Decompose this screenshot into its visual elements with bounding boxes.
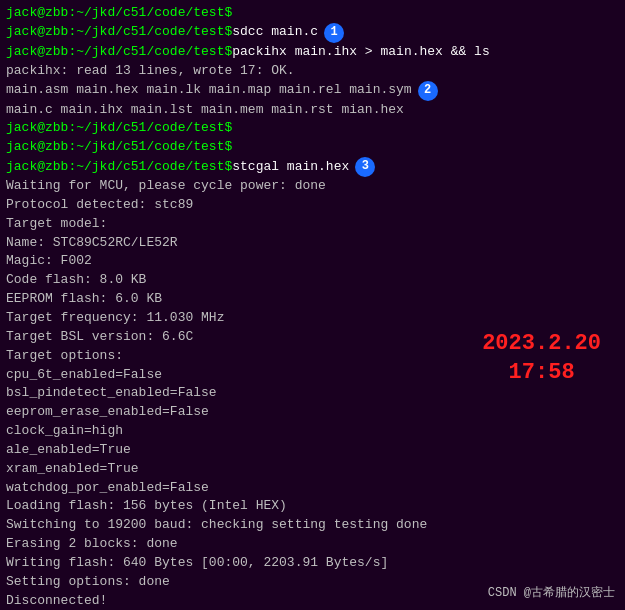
- badge-2: 2: [418, 81, 438, 101]
- terminal-line: watchdog_por_enabled=False: [6, 479, 619, 498]
- output-text: Loading flash: 156 bytes (Intel HEX): [6, 497, 287, 516]
- terminal-line: jack@zbb:~/jkd/c51/code/test$: [6, 119, 619, 138]
- terminal-line: Protocol detected: stc89: [6, 196, 619, 215]
- terminal-line: ale_enabled=True: [6, 441, 619, 460]
- terminal-line: Loading flash: 156 bytes (Intel HEX): [6, 497, 619, 516]
- output-text: clock_gain=high: [6, 422, 123, 441]
- terminal-line: jack@zbb:~/jkd/c51/code/test$ packihx ma…: [6, 43, 619, 62]
- terminal-line: jack@zbb:~/jkd/c51/code/test$: [6, 138, 619, 157]
- terminal-line: Target frequency: 11.030 MHz: [6, 309, 619, 328]
- output-text: cpu_6t_enabled=False: [6, 366, 162, 385]
- terminal-line: xram_enabled=True: [6, 460, 619, 479]
- prompt: jack@zbb:~/jkd/c51/code/test$: [6, 43, 232, 62]
- output-text: EEPROM flash: 6.0 KB: [6, 290, 162, 309]
- terminal-line: Code flash: 8.0 KB: [6, 271, 619, 290]
- watermark: CSDN @古希腊的汉密士: [488, 585, 615, 602]
- terminal-line: Switching to 19200 baud: checking settin…: [6, 516, 619, 535]
- datetime-display: 2023.2.2017:58: [482, 330, 601, 387]
- terminal-line: Magic: F002: [6, 252, 619, 271]
- output-text: ale_enabled=True: [6, 441, 131, 460]
- terminal-line: jack@zbb:~/jkd/c51/code/test$ sdcc main.…: [6, 23, 619, 43]
- output-text: Target model:: [6, 215, 107, 234]
- terminal-line: Waiting for MCU, please cycle power: don…: [6, 177, 619, 196]
- terminal-line: main.asm main.hex main.lk main.map main.…: [6, 81, 619, 101]
- prompt: jack@zbb:~/jkd/c51/code/test$: [6, 4, 232, 23]
- prompt: jack@zbb:~/jkd/c51/code/test$: [6, 158, 232, 177]
- output-text: eeprom_erase_enabled=False: [6, 403, 209, 422]
- terminal-line: EEPROM flash: 6.0 KB: [6, 290, 619, 309]
- terminal-line: jack@zbb:~/jkd/c51/code/test$ stcgal mai…: [6, 157, 619, 177]
- command: stcgal main.hex: [232, 158, 349, 177]
- output-text: Target BSL version: 6.6C: [6, 328, 193, 347]
- output-text: Magic: F002: [6, 252, 92, 271]
- badge-1: 1: [324, 23, 344, 43]
- output-text: Setting options: done: [6, 573, 170, 592]
- output-text: Target options:: [6, 347, 123, 366]
- terminal: jack@zbb:~/jkd/c51/code/test$ jack@zbb:~…: [0, 0, 625, 610]
- output-text: Protocol detected: stc89: [6, 196, 193, 215]
- output-text: xram_enabled=True: [6, 460, 139, 479]
- terminal-line: main.c main.ihx main.lst main.mem main.r…: [6, 101, 619, 120]
- output-text: Target frequency: 11.030 MHz: [6, 309, 224, 328]
- command: sdcc main.c: [232, 23, 318, 42]
- terminal-line: clock_gain=high: [6, 422, 619, 441]
- output-text: bsl_pindetect_enabled=False: [6, 384, 217, 403]
- prompt: jack@zbb:~/jkd/c51/code/test$: [6, 23, 232, 42]
- output-text: Erasing 2 blocks: done: [6, 535, 178, 554]
- terminal-line: Target model:: [6, 215, 619, 234]
- output-text: Switching to 19200 baud: checking settin…: [6, 516, 427, 535]
- output-text: Waiting for MCU, please cycle power: don…: [6, 177, 326, 196]
- terminal-line: packihx: read 13 lines, wrote 17: OK.: [6, 62, 619, 81]
- output-text: Disconnected!: [6, 592, 107, 610]
- output-text: watchdog_por_enabled=False: [6, 479, 209, 498]
- output-text: packihx: read 13 lines, wrote 17: OK.: [6, 62, 295, 81]
- output-text: main.asm main.hex main.lk main.map main.…: [6, 81, 412, 100]
- output-text: Code flash: 8.0 KB: [6, 271, 146, 290]
- terminal-line: Name: STC89C52RC/LE52R: [6, 234, 619, 253]
- output-text: main.c main.ihx main.lst main.mem main.r…: [6, 101, 404, 120]
- prompt: jack@zbb:~/jkd/c51/code/test$: [6, 119, 232, 138]
- output-text: Writing flash: 640 Bytes [00:00, 2203.91…: [6, 554, 388, 573]
- command: packihx main.ihx > main.hex && ls: [232, 43, 489, 62]
- terminal-line: eeprom_erase_enabled=False: [6, 403, 619, 422]
- prompt: jack@zbb:~/jkd/c51/code/test$: [6, 138, 232, 157]
- badge-3: 3: [355, 157, 375, 177]
- terminal-line: jack@zbb:~/jkd/c51/code/test$: [6, 4, 619, 23]
- terminal-line: Erasing 2 blocks: done: [6, 535, 619, 554]
- output-text: Name: STC89C52RC/LE52R: [6, 234, 178, 253]
- terminal-line: Writing flash: 640 Bytes [00:00, 2203.91…: [6, 554, 619, 573]
